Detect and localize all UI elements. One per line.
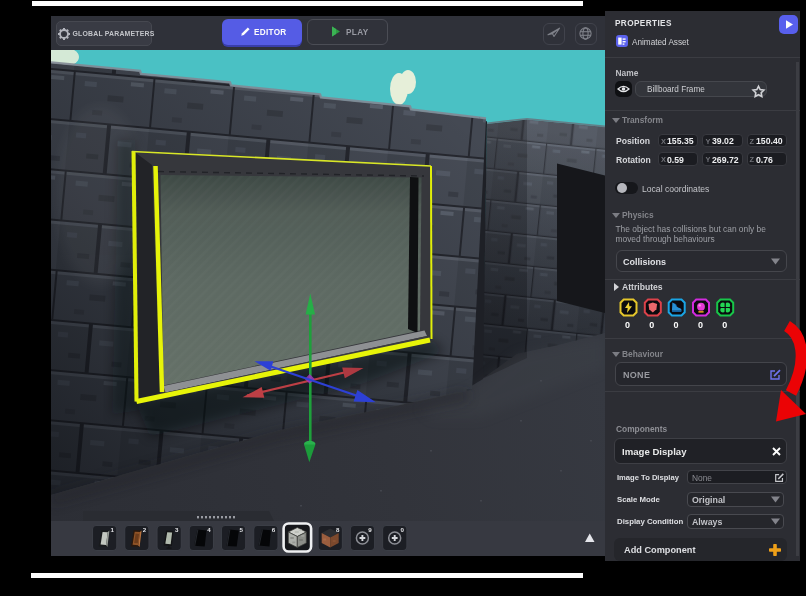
svg-text:0: 0: [401, 526, 405, 533]
svg-text:4: 4: [207, 526, 211, 533]
svg-text:6: 6: [272, 526, 276, 533]
svg-text:5: 5: [239, 526, 243, 533]
svg-text:3: 3: [175, 526, 179, 533]
svg-text:9: 9: [368, 526, 372, 533]
svg-text:2: 2: [143, 526, 147, 533]
svg-text:1: 1: [111, 526, 115, 533]
svg-text:8: 8: [336, 526, 340, 533]
